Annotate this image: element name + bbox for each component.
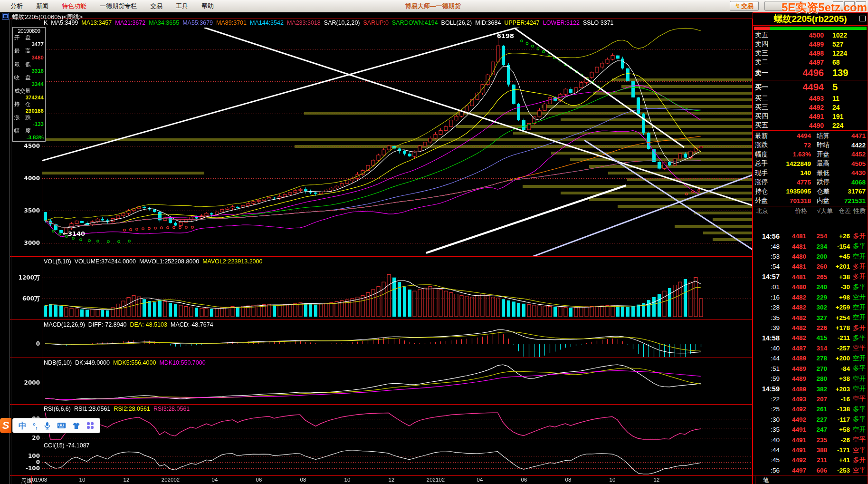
stat-label: 内盘 (811, 196, 839, 205)
divider (753, 80, 868, 80)
tick-row: :304492227-117多平 (755, 415, 866, 425)
trading-app-window: 分析新闻特色功能一德期货专栏交易工具帮助 博易大师—一德期货 ↯ 交易 −□× … (0, 0, 868, 484)
book-row: 卖一4496139 (755, 67, 866, 79)
stat-label: 总手 (755, 159, 775, 168)
tick-row: 14:584482415-211多平 (755, 333, 866, 343)
tick-price: 4492 (780, 416, 806, 423)
tooltip-value: -133 (14, 121, 44, 127)
window-icon[interactable] (2, 13, 9, 19)
tick-row: :354482327+254空开 (755, 312, 866, 322)
tick-col-header: 北京 (755, 207, 781, 215)
indicator-value: MACD:-48.7674 (171, 321, 213, 328)
book-volume: 527 (824, 40, 866, 48)
stat-label: 昨结 (811, 141, 839, 149)
book-row: 卖二449768 (755, 58, 866, 67)
tick-oi-change: -138 (827, 406, 850, 413)
book-level-label: 买三 (755, 103, 777, 112)
tick-price: 4491 (780, 446, 806, 454)
tick-time: 14:57 (755, 273, 780, 281)
tick-nature: 多平 (850, 405, 866, 414)
tick-nature: 空开 (850, 354, 866, 363)
keyboard-icon[interactable] (57, 422, 66, 429)
stat-label: 最低 (811, 169, 839, 177)
tick-oi-change: +201 (827, 263, 850, 270)
tick-nature: 多开 (850, 456, 866, 465)
menu-item-帮助[interactable]: 帮助 (195, 2, 220, 10)
book-level-label: 买四 (755, 112, 777, 121)
tick-time: :30 (755, 416, 780, 423)
cci-indicator-header: CCI(15) -74.1087 (44, 442, 93, 449)
tick-row: :224493207-16空平 (755, 394, 866, 404)
indicator-value: SARDOWN:4194 (392, 19, 438, 26)
tick-price: 4492 (780, 456, 806, 464)
book-row: 买二449311 (755, 94, 866, 103)
menu-item-新闻[interactable]: 新闻 (29, 2, 55, 10)
tick-price: 4489 (780, 386, 806, 393)
tooltip-value: 230186 (14, 108, 44, 114)
app-grid-icon[interactable] (86, 422, 94, 429)
tick-volume: 606 (806, 467, 827, 474)
stat-row: 总手1422849最高4505 (755, 159, 866, 169)
tick-row: :354491247+58空开 (755, 425, 866, 435)
indicator-value: MAVOL1:252208.8000 (139, 258, 199, 265)
book-volume: 11 (824, 95, 866, 102)
tick-nature: 多开 (850, 262, 866, 271)
ime-mode-toggle[interactable]: 中 (19, 420, 27, 431)
tick-price: 4482 (780, 294, 806, 301)
menu-item-一德期货专栏[interactable]: 一德期货专栏 (93, 2, 143, 10)
tick-price: 4491 (780, 426, 806, 433)
x-axis-label: 06 (256, 477, 262, 483)
book-row: 卖五45001022 (755, 30, 866, 39)
tick-price: 4489 (780, 365, 806, 372)
tick-price: 4482 (780, 314, 806, 321)
indicator-value: MDK5:556.4000 (113, 359, 156, 366)
main-chart-canvas[interactable] (0, 19, 753, 484)
tick-row: :284482302+259空开 (755, 302, 866, 312)
tick-time: 14:56 (755, 232, 780, 240)
stat-row: 最新4494结算4471 (755, 131, 866, 141)
menu-item-交易[interactable]: 交易 (143, 2, 169, 10)
menu-item-分析[interactable]: 分析 (4, 2, 29, 10)
indicator-value: MA89:3701 (216, 19, 247, 26)
tick-list[interactable]: 14:564481254+26多开:484481234-154多平:534480… (753, 231, 868, 475)
tick-time: :54 (755, 263, 780, 270)
book-row: 买三449224 (755, 103, 866, 112)
skin-icon[interactable] (72, 422, 80, 429)
book-price: 4490 (777, 122, 824, 129)
tooltip-date: 20190809 (14, 28, 44, 34)
tick-nature: 空平 (850, 395, 866, 403)
tick-price: 4482 (780, 304, 806, 311)
tooltip-value: 374244 (14, 95, 44, 100)
indicator-value: MA144:3542 (250, 19, 284, 26)
tick-oi-change: +259 (827, 304, 850, 311)
trade-button[interactable]: ↯ 交易 (730, 1, 759, 11)
microphone-icon[interactable] (44, 422, 51, 430)
menu-item-特色功能[interactable]: 特色功能 (55, 2, 93, 10)
ime-punctuation-toggle[interactable]: °, (33, 422, 38, 430)
tick-time: :53 (755, 253, 780, 260)
trade-button-label: 交易 (741, 2, 754, 10)
tick-oi-change: -257 (827, 345, 850, 352)
tick-row: 14:564481254+26多开 (755, 231, 866, 241)
indicator-value: MA233:3018 (287, 19, 321, 26)
x-axis-label: 12 (654, 477, 660, 483)
x-axis-label: 201908 (29, 477, 47, 483)
tab-bi[interactable]: 笔 (755, 476, 777, 484)
menu-item-工具[interactable]: 工具 (169, 2, 195, 10)
tick-volume: 327 (806, 314, 827, 321)
tick-price: 4482 (780, 324, 806, 331)
tick-nature: 空开 (850, 313, 866, 322)
tick-price: 4493 (780, 396, 806, 403)
tick-nature: 空开 (850, 426, 866, 434)
ime-logo-icon[interactable]: S (0, 418, 11, 433)
tick-price: 4487 (780, 345, 806, 352)
tick-volume: 227 (806, 416, 827, 423)
tick-oi-change: +98 (827, 294, 850, 301)
tick-volume: 211 (806, 456, 827, 464)
book-price: 4497 (777, 58, 824, 66)
stat-value: 701318 (775, 197, 811, 204)
tick-volume: 200 (806, 253, 827, 260)
tooltip-value: 3316 (14, 68, 44, 74)
x-axis-label: 202002 (162, 477, 180, 483)
restore-window-icon[interactable] (859, 16, 866, 21)
